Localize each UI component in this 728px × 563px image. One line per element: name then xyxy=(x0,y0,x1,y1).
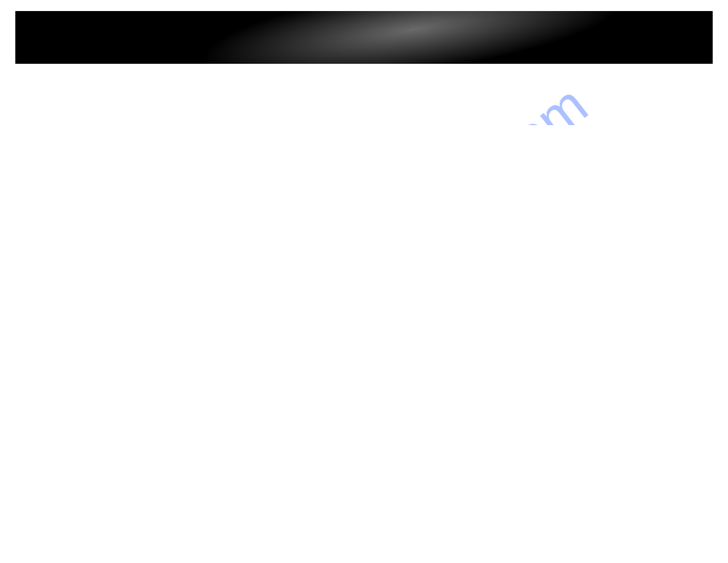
watermark: manualshive.com xyxy=(222,73,599,125)
top-banner xyxy=(15,11,713,64)
